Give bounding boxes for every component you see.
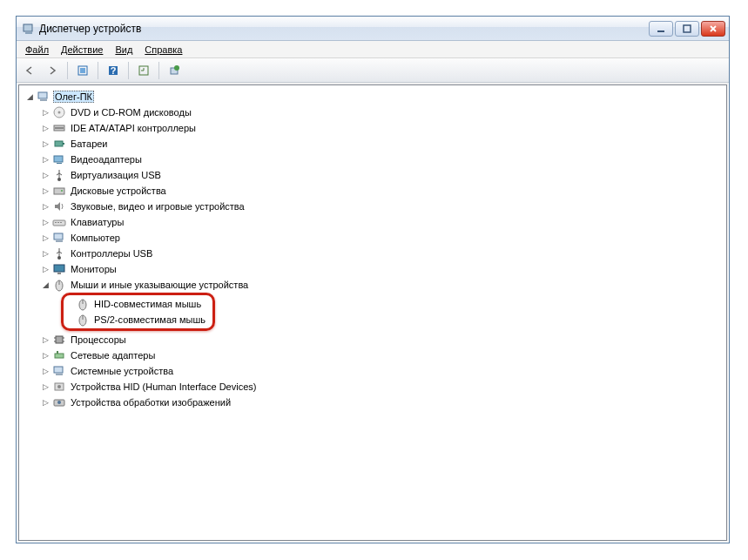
expand-icon[interactable]: ▷: [40, 154, 51, 165]
svg-rect-26: [57, 222, 59, 223]
help-button[interactable]: ?: [104, 61, 123, 80]
item-label[interactable]: IDE ATA/ATAPI контроллеры: [69, 122, 198, 134]
svg-rect-47: [56, 374, 63, 375]
scan-button[interactable]: [134, 61, 153, 80]
toolbar-separator: [98, 62, 98, 79]
svg-rect-17: [55, 141, 63, 146]
svg-rect-29: [56, 240, 63, 242]
collapse-icon[interactable]: ◢: [24, 91, 35, 102]
tree-item[interactable]: ▷Звуковые, видео и игровые устройства: [40, 199, 726, 214]
menu-action[interactable]: Действие: [56, 43, 108, 57]
expand-icon[interactable]: ▷: [40, 350, 51, 361]
app-icon: [22, 22, 36, 36]
item-label[interactable]: Виртуализация USB: [69, 169, 163, 181]
item-label[interactable]: Компьютер: [69, 232, 122, 244]
expand-icon[interactable]: ▷: [40, 334, 51, 345]
tree-item[interactable]: ▷Сетевые адаптеры: [40, 347, 726, 363]
svg-rect-2: [657, 30, 664, 32]
expand-icon[interactable]: ▷: [40, 366, 51, 376]
item-label[interactable]: DVD и CD-ROM дисководы: [69, 106, 193, 118]
device-tree-panel[interactable]: ◢ Олег-ПК ▷DVD и CD-ROM дисководы ▷IDE A…: [18, 84, 727, 541]
root-children: ▷DVD и CD-ROM дисководы ▷IDE ATA/ATAPI к…: [24, 105, 726, 410]
item-label[interactable]: Звуковые, видео и игровые устройства: [69, 200, 246, 213]
tree-item[interactable]: ▷Устройства обработки изображений: [40, 395, 726, 410]
expand-icon[interactable]: ▷: [40, 264, 51, 274]
hid-icon: [52, 380, 66, 394]
item-label[interactable]: HID-совместимая мышь: [92, 298, 203, 310]
item-label[interactable]: Мониторы: [69, 263, 118, 275]
expand-icon[interactable]: ▷: [40, 233, 51, 243]
expand-icon[interactable]: ▷: [40, 123, 51, 133]
item-label[interactable]: Батареи: [69, 138, 110, 150]
item-label[interactable]: Дисковые устройства: [69, 185, 168, 197]
expand-icon[interactable]: ▷: [40, 217, 51, 227]
mice-children: ▷HID-совместимая мышь ▷PS/2-совместимая …: [40, 293, 726, 332]
dvd-icon: [52, 105, 66, 119]
tree-item[interactable]: ▷Видеоадаптеры: [40, 152, 726, 167]
tree-item[interactable]: ▷Компьютер: [40, 230, 726, 246]
item-label[interactable]: Видеоадаптеры: [69, 153, 144, 165]
minimize-button[interactable]: [649, 21, 673, 37]
svg-rect-31: [54, 265, 64, 272]
forward-button[interactable]: [43, 61, 62, 80]
svg-rect-3: [684, 25, 691, 32]
tree-root[interactable]: ◢ Олег-ПК: [24, 89, 726, 105]
tree-item[interactable]: ▷Устройства HID (Human Interface Devices…: [40, 379, 726, 395]
menu-file[interactable]: Файл: [20, 43, 54, 57]
root-label[interactable]: Олег-ПК: [53, 91, 94, 103]
system-device-icon: [52, 364, 66, 378]
svg-rect-19: [54, 156, 63, 162]
update-driver-button[interactable]: [165, 61, 184, 80]
item-label[interactable]: PS/2-совместимая мышь: [92, 314, 207, 326]
item-label[interactable]: Процессоры: [69, 334, 128, 346]
tree-leaf[interactable]: ▷PS/2-совместимая мышь: [64, 312, 207, 327]
tree-item[interactable]: ▷Виртуализация USB: [40, 167, 726, 183]
tree-item[interactable]: ▷Дисковые устройства: [40, 183, 726, 199]
tree-item[interactable]: ▷IDE ATA/ATAPI контроллеры: [40, 120, 726, 136]
monitor-icon: [52, 262, 66, 276]
keyboard-icon: [52, 215, 66, 229]
svg-rect-5: [80, 68, 85, 73]
tree-item[interactable]: ▷Батареи: [40, 136, 726, 152]
item-label[interactable]: Устройства обработки изображений: [69, 396, 232, 408]
item-label[interactable]: Системные устройства: [69, 365, 175, 377]
tree-item[interactable]: ▷Контроллеры USB: [40, 246, 726, 261]
expand-icon[interactable]: ▷: [40, 381, 51, 392]
tree-item[interactable]: ▷Клавиатуры: [40, 214, 726, 230]
close-button[interactable]: [701, 21, 725, 37]
expand-icon[interactable]: ▷: [40, 186, 51, 196]
tree-item[interactable]: ▷Системные устройства: [40, 363, 726, 379]
annotation-highlight: ▷HID-совместимая мышь ▷PS/2-совместимая …: [61, 293, 215, 331]
tree-item-mice[interactable]: ◢Мыши и иные указывающие устройства: [40, 277, 726, 293]
menu-help[interactable]: Справка: [139, 43, 187, 57]
collapse-icon[interactable]: ◢: [40, 280, 51, 290]
toolbar-separator: [158, 62, 159, 79]
maximize-button[interactable]: [675, 21, 699, 37]
expand-icon[interactable]: ▷: [40, 397, 51, 408]
item-label[interactable]: Клавиатуры: [69, 216, 125, 228]
item-label[interactable]: Мыши и иные указывающие устройства: [69, 279, 250, 291]
mouse-icon: [52, 278, 66, 292]
svg-text:?: ?: [111, 65, 117, 76]
tree-item[interactable]: ▷Мониторы: [40, 261, 726, 277]
menu-view[interactable]: Вид: [110, 43, 138, 57]
item-label[interactable]: Контроллеры USB: [69, 247, 154, 260]
usb-controller-icon: [52, 246, 66, 260]
toolbar-separator: [128, 62, 129, 79]
expand-icon[interactable]: ▷: [40, 138, 51, 149]
expand-icon[interactable]: ▷: [40, 170, 51, 180]
expand-icon[interactable]: ▷: [40, 107, 51, 118]
sound-icon: [52, 199, 66, 213]
item-label[interactable]: Сетевые адаптеры: [69, 349, 157, 361]
tree-item[interactable]: ▷Процессоры: [40, 332, 726, 347]
svg-rect-1: [25, 32, 32, 34]
svg-rect-45: [57, 351, 58, 354]
tree-item[interactable]: ▷DVD и CD-ROM дисководы: [40, 105, 726, 120]
item-label[interactable]: Устройства HID (Human Interface Devices): [69, 381, 258, 393]
expand-icon[interactable]: ▷: [40, 201, 51, 212]
tree-leaf[interactable]: ▷HID-совместимая мышь: [64, 296, 207, 312]
back-button[interactable]: [20, 61, 39, 80]
window-controls: [649, 21, 725, 37]
expand-icon[interactable]: ▷: [40, 248, 51, 259]
show-hidden-button[interactable]: [73, 61, 92, 80]
